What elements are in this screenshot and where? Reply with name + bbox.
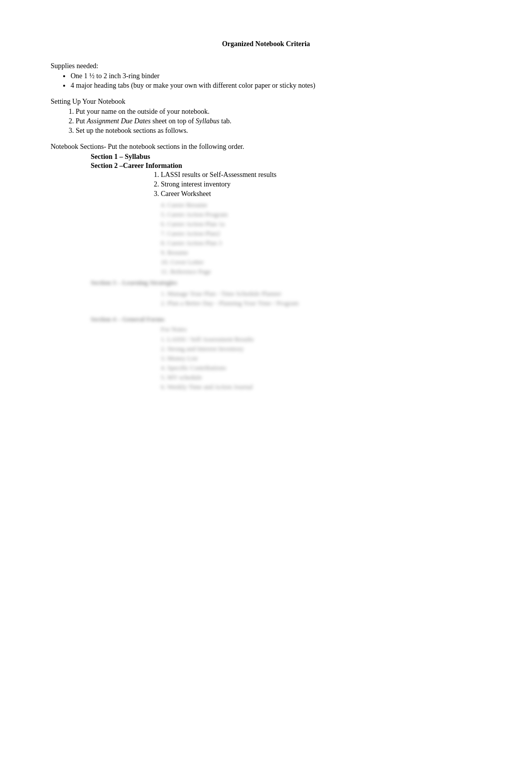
section2-blurred-list: 4. Career Resume 5. Career Action Progra… (161, 201, 481, 276)
page-title: Organized Notebook Criteria (51, 40, 481, 48)
setting-up-label: Setting Up Your Notebook (51, 98, 481, 106)
list-item: 4 major heading tabs (buy or make your o… (71, 82, 481, 90)
section3-item2: 2. Plan a Better Day - Planning Your Tim… (161, 299, 481, 307)
section4-item4: 4. Specific Contributions (161, 364, 481, 372)
page-content: Organized Notebook Criteria Supplies nee… (51, 40, 481, 391)
supplies-section: Supplies needed: One 1 ½ to 2 inch 3-rin… (51, 62, 481, 90)
list-item: 5. Career Action Program (161, 211, 481, 219)
notebook-sections: Notebook Sections- Put the notebook sect… (51, 143, 481, 391)
list-item: Put Assignment Due Dates sheet on top of… (76, 117, 481, 125)
list-item: 10. Cover Letter (161, 258, 481, 266)
setting-up-list: Put your name on the outside of your not… (76, 108, 481, 135)
list-item: 8. Career Action Plan 3 (161, 239, 481, 247)
section4-item5: 5. MY schedule (161, 373, 481, 381)
section3-heading: Section 3 – Learning Strategies (91, 279, 481, 287)
section4-block: Section 4 – General Forms For Notes 1. L… (91, 315, 481, 391)
section4-item3: 3. Money List (161, 354, 481, 362)
section4-item1: 1. LASSI / Self Assessment Results (161, 335, 481, 343)
section1-heading: Section 1 – Syllabus (91, 153, 481, 161)
list-item: 7. Career Action Plan2 (161, 230, 481, 238)
list-item: One 1 ½ to 2 inch 3-ring binder (71, 72, 481, 80)
section3-item1: 1. Manage Your Plan - Time Schedule Plan… (161, 290, 481, 298)
supplies-label: Supplies needed: (51, 62, 481, 70)
section4-sublabel: For Notes (161, 325, 481, 333)
section2-list: LASSI results or Self-Assessment results… (161, 171, 481, 198)
list-item: 9. Resume (161, 249, 481, 257)
section4-heading: Section 4 – General Forms (91, 315, 481, 323)
section3-block: Section 3 – Learning Strategies 1. Manag… (91, 279, 481, 307)
list-item: Set up the notebook sections as follows. (76, 127, 481, 135)
section2-heading: Section 2 –Career Information (91, 162, 481, 170)
list-item: 6. Career Action Plan 1a (161, 220, 481, 228)
list-item: 4. Career Resume (161, 201, 481, 209)
list-item: Strong interest inventory (161, 180, 481, 188)
list-item: LASSI results or Self-Assessment results (161, 171, 481, 179)
supplies-list: One 1 ½ to 2 inch 3-ring binder 4 major … (71, 72, 481, 90)
section4-item6: 6. Weekly Time and Action Journal (161, 383, 481, 391)
list-item: 11. Reference Page (161, 268, 481, 276)
notebook-sections-label: Notebook Sections- Put the notebook sect… (51, 143, 481, 151)
section4-item2: 2. Strong and Interest Inventory (161, 345, 481, 353)
list-item: Put your name on the outside of your not… (76, 108, 481, 116)
setting-up-section: Setting Up Your Notebook Put your name o… (51, 98, 481, 135)
list-item: Career Worksheet (161, 190, 481, 198)
